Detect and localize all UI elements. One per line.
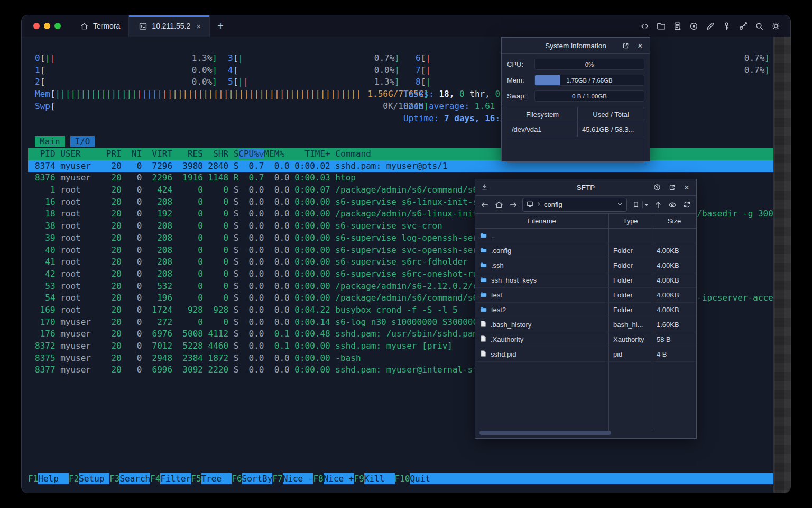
column-size[interactable]: Size bbox=[652, 214, 696, 228]
file-row[interactable]: .configFolder4.00KB bbox=[475, 243, 696, 258]
column-type[interactable]: Type bbox=[608, 214, 652, 228]
filesystem-row[interactable]: /dev/vda145.61GB / 58.3... bbox=[508, 122, 644, 137]
file-row[interactable]: .. bbox=[475, 229, 696, 243]
fkey-f2[interactable]: F2 bbox=[69, 473, 79, 484]
fkey-label-f2[interactable]: Setup bbox=[79, 473, 109, 484]
filesystem-table-header: Filesystem Used / Total bbox=[508, 107, 644, 122]
record-icon[interactable] bbox=[688, 21, 699, 31]
fkey-label-f8[interactable]: Nice + bbox=[324, 473, 354, 484]
htop-tab-io[interactable]: I/O bbox=[70, 136, 95, 147]
file-row[interactable]: .XauthorityXauthority58 B bbox=[475, 332, 696, 347]
column-filename[interactable]: Filename bbox=[475, 214, 608, 228]
minimize-window-button[interactable] bbox=[44, 23, 50, 29]
open-in-window-icon[interactable] bbox=[621, 41, 630, 50]
settings-icon[interactable] bbox=[770, 21, 781, 31]
folder-icon bbox=[479, 261, 487, 270]
help-icon[interactable] bbox=[652, 183, 662, 192]
fkey-label-f10[interactable]: Quit bbox=[410, 473, 778, 484]
new-tab-button[interactable]: + bbox=[210, 15, 231, 37]
fkey-label-f9[interactable]: Kill bbox=[364, 473, 395, 484]
memory-usage-row: Mem: 1.75GB / 7.65GB bbox=[502, 75, 650, 86]
fkey-f3[interactable]: F3 bbox=[109, 473, 119, 484]
search-icon[interactable] bbox=[754, 21, 764, 31]
fkey-label-f6[interactable]: SortBy bbox=[242, 473, 273, 484]
close-icon[interactable]: × bbox=[682, 183, 691, 192]
file-row[interactable]: .bash_historybash_hi...1.60KB bbox=[475, 318, 696, 332]
sftp-header[interactable]: SFTP × bbox=[475, 179, 696, 196]
open-in-window-icon[interactable] bbox=[667, 183, 677, 192]
close-window-button[interactable] bbox=[33, 23, 40, 29]
download-icon[interactable] bbox=[480, 183, 490, 192]
tab-termora[interactable]: Termora bbox=[70, 15, 129, 37]
computer-icon bbox=[526, 200, 534, 210]
file-icon bbox=[479, 335, 487, 344]
fkey-f9[interactable]: F9 bbox=[354, 473, 364, 484]
titlebar: Termora 10.211.55.2 × + bbox=[22, 15, 790, 37]
folder-icon bbox=[479, 246, 487, 256]
fkey-f4[interactable]: F4 bbox=[150, 473, 160, 484]
close-icon[interactable]: × bbox=[635, 41, 645, 50]
memory-meter: Mem[||||||||||||||||||||||||||||||||||||… bbox=[35, 88, 429, 101]
sftp-table-header: Filename Type Size bbox=[475, 213, 696, 229]
close-tab-icon[interactable]: × bbox=[196, 22, 201, 31]
log-icon[interactable] bbox=[672, 21, 682, 31]
file-row[interactable]: ssh_host_keysFolder4.00KB bbox=[475, 273, 696, 288]
show-hidden-icon[interactable] bbox=[667, 199, 678, 210]
home-icon bbox=[79, 21, 89, 31]
back-icon[interactable] bbox=[479, 199, 490, 210]
chevron-right-icon bbox=[536, 201, 542, 208]
fkey-label-f1[interactable]: Help bbox=[38, 473, 69, 484]
folder-icon bbox=[479, 291, 487, 300]
cpu-meter-4: 4[0.0%] bbox=[228, 65, 400, 77]
file-row[interactable]: test2Folder4.00KB bbox=[475, 303, 696, 318]
file-icon bbox=[479, 320, 487, 329]
tab-session-label: 10.211.55.2 bbox=[152, 22, 190, 30]
terminal-scrollbar[interactable] bbox=[773, 37, 790, 493]
key-icon[interactable] bbox=[721, 21, 732, 31]
cpu-meter-column-1: 0[||1.3%]1[0.0%]2[0.0%] bbox=[35, 52, 217, 88]
function-key-bar[interactable]: F1Help F2Setup F3SearchF4FilterF5Tree F6… bbox=[28, 473, 778, 484]
fkey-f7[interactable]: F7 bbox=[272, 473, 282, 484]
chevron-down-icon[interactable] bbox=[616, 201, 623, 209]
parent-directory-icon[interactable] bbox=[653, 199, 663, 210]
code-icon[interactable] bbox=[639, 21, 650, 31]
fkey-label-f5[interactable]: Tree bbox=[201, 473, 232, 484]
fkey-f8[interactable]: F8 bbox=[313, 473, 323, 484]
sftp-panel: SFTP × config bbox=[475, 179, 697, 439]
folder-icon[interactable] bbox=[656, 21, 666, 31]
path-breadcrumb[interactable]: config bbox=[522, 198, 627, 212]
forward-icon[interactable] bbox=[508, 199, 519, 210]
zoom-window-button[interactable] bbox=[54, 23, 61, 29]
file-row[interactable]: testFolder4.00KB bbox=[475, 288, 696, 303]
folder-icon bbox=[479, 276, 487, 285]
htop-tabs: Main I/O bbox=[35, 136, 95, 147]
file-row[interactable]: sshd.pidpid4 B bbox=[475, 347, 696, 362]
folder-icon bbox=[479, 305, 487, 315]
cpu-usage-row: CPU: 0% bbox=[502, 59, 650, 70]
memory-usage-bar: 1.75GB / 7.65GB bbox=[534, 75, 644, 86]
fkey-label-f4[interactable]: Filter bbox=[160, 473, 191, 484]
sftp-horizontal-scrollbar[interactable] bbox=[479, 431, 692, 435]
bookmark-caret-icon[interactable] bbox=[644, 200, 649, 210]
tab-session[interactable]: 10.211.55.2 × bbox=[129, 15, 210, 37]
keychain-icon[interactable] bbox=[737, 21, 748, 31]
system-information-panel: System information × CPU: 0% Mem: 1.75GB… bbox=[501, 37, 650, 161]
pencil-icon[interactable] bbox=[705, 21, 715, 31]
file-row[interactable]: .sshFolder4.00KB bbox=[475, 258, 696, 273]
fkey-label-f7[interactable]: Nice - bbox=[283, 473, 313, 484]
fkey-label-f3[interactable]: Search bbox=[119, 473, 150, 484]
fkey-f6[interactable]: F6 bbox=[232, 473, 242, 484]
fkey-f10[interactable]: F10 bbox=[395, 473, 410, 484]
refresh-icon[interactable] bbox=[681, 199, 692, 210]
folder-icon bbox=[479, 231, 487, 241]
process-table-header[interactable]: PID USER PRI NI VIRT RES SHR SCPU%▽MEM% … bbox=[28, 148, 778, 160]
fkey-f5[interactable]: F5 bbox=[191, 473, 201, 484]
htop-tab-main[interactable]: Main bbox=[35, 136, 65, 147]
process-row[interactable]: 8374 myuser 20 0 7296 3980 2840 S 0.7 0.… bbox=[28, 160, 778, 173]
system-information-header[interactable]: System information × bbox=[502, 38, 650, 54]
swap-usage-bar: 0 B / 1.00GB bbox=[534, 90, 644, 102]
bookmark-icon[interactable] bbox=[631, 199, 641, 210]
swap-usage-row: Swap: 0 B / 1.00GB bbox=[502, 90, 650, 102]
home-icon[interactable] bbox=[494, 199, 504, 210]
fkey-f1[interactable]: F1 bbox=[28, 473, 38, 484]
